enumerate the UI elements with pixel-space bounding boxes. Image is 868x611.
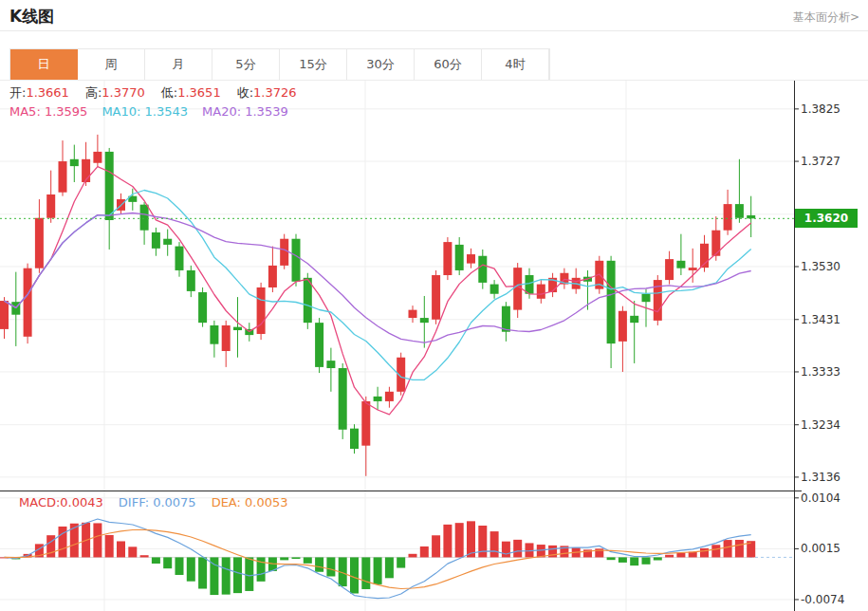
period-tab[interactable]: 30分 (347, 49, 415, 80)
period-tab[interactable]: 日 (10, 49, 78, 80)
period-tabbar: 日周月5分15分30分60分4时 (9, 48, 550, 81)
main-y-axis-tick: 1.3431 (801, 313, 840, 326)
macd-y-axis-tick: 0.0015 (801, 542, 840, 555)
ohlc-item: 收:1.3726 (237, 85, 297, 100)
ohlc-item: 低:1.3651 (161, 85, 221, 100)
ohlc-item: 高:1.3770 (85, 85, 145, 100)
ohlc-value: 1.3770 (102, 85, 145, 100)
period-tab[interactable]: 60分 (415, 49, 482, 80)
fundamental-analysis-link[interactable]: 基本面分析> (793, 9, 859, 26)
main-y-axis-tick: 1.3333 (801, 365, 840, 379)
macd-y-axis-tick: -0.0074 (801, 593, 844, 606)
ohlc-label: 开: (9, 85, 26, 100)
main-y-axis-tick: 1.3136 (801, 471, 840, 484)
ohlc-label: 收: (237, 85, 253, 100)
macd-value-label: DIFF: 0.0075 (119, 495, 196, 509)
main-y-axis-tick: 1.3234 (801, 418, 840, 432)
main-y-axis-tick: 1.3530 (801, 260, 840, 273)
period-tab[interactable]: 15分 (280, 49, 347, 80)
main-y-axis-tick: 1.3727 (801, 155, 840, 168)
ohlc-readout-row: 开:1.3661高:1.3770低:1.3651收:1.3726 (9, 84, 313, 102)
ohlc-label: 高: (85, 85, 102, 100)
chart-area: 开:1.3661高:1.3770低:1.3651收:1.3726 MA5: 1.… (0, 81, 868, 611)
ohlc-item: 开:1.3661 (9, 85, 69, 100)
ma-item: MA10: 1.3543 (102, 104, 188, 119)
ma-item: MA5: 1.3595 (9, 104, 87, 119)
page-title: K线图 (9, 6, 54, 28)
period-tab[interactable]: 月 (145, 49, 212, 80)
kline-page: K线图 基本面分析> 日周月5分15分30分60分4时 开:1.3661高:1.… (0, 0, 868, 611)
ohlc-value: 1.3651 (177, 85, 221, 100)
macd-value-label: DEA: 0.0053 (212, 495, 288, 509)
period-tab[interactable]: 周 (78, 49, 145, 80)
ma-item: MA20: 1.3539 (202, 104, 288, 119)
main-y-axis-tick: 1.3825 (801, 102, 840, 116)
period-tab[interactable]: 4时 (482, 49, 549, 80)
ohlc-value: 1.3726 (253, 85, 297, 100)
period-tab[interactable]: 5分 (212, 49, 280, 80)
ohlc-value: 1.3661 (26, 85, 69, 100)
macd-y-axis-tick: 0.0104 (801, 491, 840, 505)
ohlc-label: 低: (161, 85, 177, 100)
macd-readout-row: MACD:0.0043DIFF: 0.0075DEA: 0.0053 (19, 495, 304, 509)
macd-value-label: MACD:0.0043 (19, 495, 103, 509)
ma-readout-row: MA5: 1.3595MA10: 1.3543MA20: 1.3539 (9, 104, 303, 119)
page-header: K线图 基本面分析> (0, 0, 868, 31)
candlestick-chart[interactable]: 1.38251.37271.36281.35301.34311.33331.32… (0, 81, 868, 491)
current-price-badge: 1.3620 (795, 209, 858, 228)
